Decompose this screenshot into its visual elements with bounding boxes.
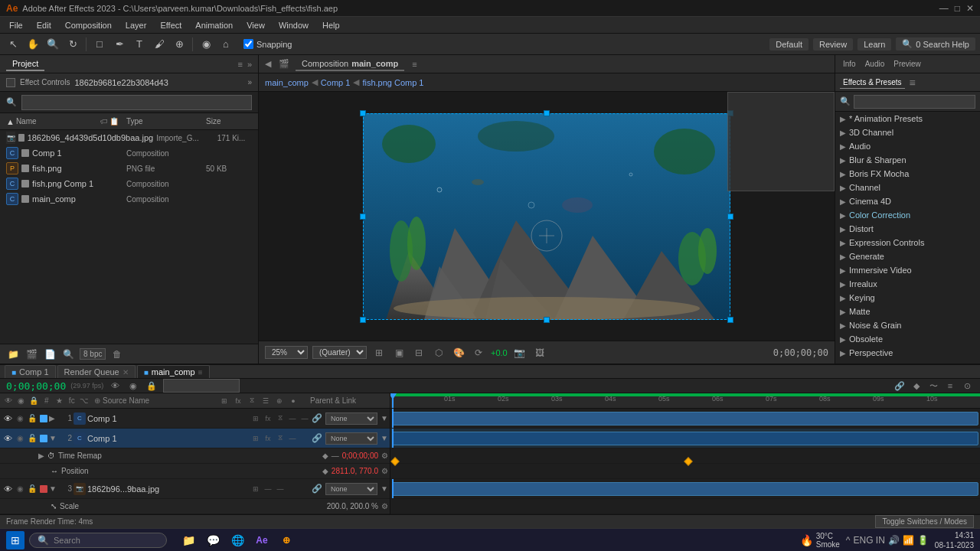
scale-value[interactable]: 200.0, 200.0 %	[327, 502, 378, 510]
taskbar-app-teams[interactable]: 💬	[202, 530, 224, 551]
layer3-sw1[interactable]: ⊞	[250, 484, 261, 494]
project-search-input[interactable]	[21, 95, 252, 110]
layer2-parent-select[interactable]: None	[325, 432, 377, 445]
timeline-track-area[interactable]: 01s 02s 03s 04s 05s 06s 07s 08s 09s 10s	[390, 393, 980, 514]
tl-visibility-icon[interactable]: 👁	[108, 379, 122, 393]
windows-start-button[interactable]: ⊞	[6, 531, 24, 549]
effect-cat-noise[interactable]: ▶ Noise & Grain	[835, 318, 980, 332]
timeline-current-time[interactable]: 0;00;00;00	[6, 380, 66, 392]
layer3-sw3[interactable]: —	[275, 484, 286, 494]
playhead[interactable]	[392, 393, 394, 408]
taskbar-app-browser[interactable]: 🌐	[227, 530, 248, 551]
menu-file[interactable]: File	[3, 19, 29, 31]
effect-cat-keying[interactable]: ▶ Keying	[835, 291, 980, 305]
menu-layer[interactable]: Layer	[119, 19, 153, 31]
exposure-icon[interactable]: ⟳	[471, 345, 486, 360]
timeline-tab-main-comp[interactable]: ■ main_comp ≡	[137, 365, 210, 378]
maximize-button[interactable]: □	[955, 3, 960, 14]
workspace-default[interactable]: Default	[769, 38, 808, 51]
breadcrumb-main-comp[interactable]: main_comp	[265, 78, 309, 87]
handle-top-left[interactable]	[360, 110, 366, 116]
layer1-sw3[interactable]: ⧖	[275, 413, 286, 424]
delete-icon[interactable]: 🗑	[110, 347, 124, 361]
toggle-switches-modes[interactable]: Toggle Switches / Modes	[875, 515, 974, 528]
time-remap-value[interactable]: 0;00;00;00	[342, 452, 378, 460]
close-button[interactable]: ✕	[966, 3, 974, 14]
time-remap-expand[interactable]: ▶	[38, 452, 44, 460]
layer2-visibility[interactable]: 👁	[2, 432, 14, 445]
sys-battery[interactable]: 🔋	[917, 535, 929, 546]
layer-row-1[interactable]: 👁 ◉ 🔓 ▶ 1 C Comp 1 ⊞ fx ⧖ — — 🔗	[0, 409, 390, 429]
tool-paint[interactable]: 🖌	[151, 36, 168, 53]
layer3-solo[interactable]: ◉	[14, 483, 26, 495]
new-item-icon[interactable]: 📄	[43, 347, 57, 361]
color-channels-icon[interactable]: 🎨	[451, 345, 466, 360]
layer2-sw3[interactable]: ⧖	[275, 433, 286, 444]
tab-project[interactable]: Project	[6, 57, 44, 71]
position-value[interactable]: 2811.0, 770.0	[332, 467, 378, 475]
layer3-sw2[interactable]: —	[263, 484, 273, 494]
bpc-badge[interactable]: 8 bpc	[80, 348, 106, 360]
tab-info[interactable]: Info	[840, 58, 859, 70]
layer1-visibility[interactable]: 👁	[2, 412, 14, 425]
mask-icon[interactable]: ⬡	[431, 345, 446, 360]
tl-layer-icon[interactable]: ≡	[943, 379, 957, 393]
minimize-button[interactable]: —	[939, 3, 949, 14]
tool-rotate[interactable]: ↻	[64, 36, 81, 53]
layer2-parent-arrow[interactable]: ▼	[381, 434, 388, 442]
taskbar-app-ae[interactable]: Ae	[251, 530, 273, 551]
effect-cat-animation[interactable]: ▶ * Animation Presets	[835, 112, 980, 126]
effect-cat-matte[interactable]: ▶ Matte	[835, 305, 980, 318]
find-icon[interactable]: 🔍	[61, 347, 75, 361]
effect-cat-generate[interactable]: ▶ Generate	[835, 249, 980, 263]
layer1-expand[interactable]: ▶	[49, 414, 58, 422]
tl-keyframe-icon[interactable]: ◆	[910, 379, 923, 393]
effect-cat-boris[interactable]: ▶ Boris FX Mocha	[835, 167, 980, 181]
layer3-expand[interactable]: ▼	[49, 484, 58, 493]
layer2-lock[interactable]: 🔓	[26, 432, 38, 445]
layer1-solo[interactable]: ◉	[14, 412, 26, 425]
effect-cat-expression[interactable]: ▶ Expression Controls	[835, 236, 980, 249]
layer3-lock[interactable]: 🔓	[26, 483, 38, 495]
effect-cat-cinema4d[interactable]: ▶ Cinema 4D	[835, 194, 980, 208]
tl-lock-icon[interactable]: 🔒	[145, 379, 158, 393]
effects-menu-icon[interactable]: ≡	[905, 75, 920, 90]
timeline-search-input[interactable]	[163, 379, 240, 393]
tl-solo-icon[interactable]: ◉	[126, 379, 140, 393]
tl-curve-icon[interactable]: 〜	[926, 379, 940, 393]
sys-volume[interactable]: 🔊	[888, 535, 900, 546]
menu-view[interactable]: View	[240, 19, 271, 31]
handle-bot-left[interactable]	[360, 317, 366, 323]
handle-bot-right[interactable]	[727, 317, 733, 323]
workspace-learn[interactable]: Learn	[858, 38, 891, 51]
taskbar-app-files[interactable]: 📁	[178, 530, 199, 551]
tl-tab-main-settings[interactable]: ≡	[198, 368, 203, 377]
layer3-parent-select[interactable]: None	[325, 483, 377, 495]
layer2-sw1[interactable]: ⊞	[250, 433, 261, 444]
sys-lang[interactable]: ENG IN	[854, 535, 885, 546]
effect-cat-irrealux[interactable]: ▶ Irrealux	[835, 277, 980, 291]
handle-mid-right[interactable]	[727, 214, 733, 220]
taskbar-app-ai[interactable]: ⊕	[276, 530, 297, 551]
layer-row-2[interactable]: 👁 ◉ 🔓 ▼ 2 C Comp 1 ⊞ fx ⧖ — 🔗 None	[0, 429, 390, 448]
snapping-checkbox[interactable]	[243, 39, 253, 49]
tl-tab-render-close[interactable]: ✕	[122, 368, 129, 377]
breadcrumb-fish-comp1[interactable]: fish.png Comp 1	[362, 78, 423, 87]
effect-controls-expand[interactable]: »	[247, 78, 252, 86]
tab-effects-presets[interactable]: Effects & Presets	[840, 77, 905, 89]
tool-select[interactable]: ↖	[5, 36, 21, 53]
list-item[interactable]: C Comp 1 Composition	[0, 145, 258, 161]
timeline-tab-render[interactable]: Render Queue ✕	[57, 365, 136, 378]
grid-icon[interactable]: ⊟	[411, 345, 426, 360]
handle-bot-mid[interactable]	[544, 317, 550, 323]
list-item[interactable]: C main_comp Composition	[0, 191, 258, 207]
layer2-solo[interactable]: ◉	[14, 432, 26, 445]
tab-audio[interactable]: Audio	[862, 58, 888, 70]
menu-window[interactable]: Window	[273, 19, 315, 31]
track-row-2[interactable]	[390, 429, 980, 448]
timeline-tab-comp1[interactable]: ■ Comp 1	[5, 365, 56, 378]
tool-zoom[interactable]: 🔍	[44, 36, 61, 53]
layer1-sw2[interactable]: fx	[263, 413, 273, 424]
effect-cat-perspective[interactable]: ▶ Perspective	[835, 346, 980, 360]
quality-select[interactable]: (Quarter) (Half) (Full)	[312, 346, 367, 359]
